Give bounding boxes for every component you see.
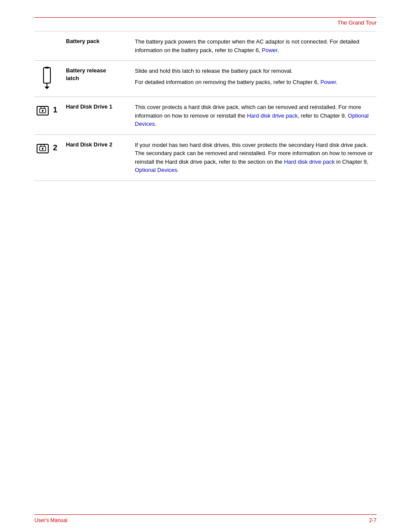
footer-page-number: 2-7: [369, 517, 377, 523]
icon-cell-battery-release: [34, 61, 62, 97]
label-battery-pack: Battery pack: [62, 31, 131, 61]
icon-cell-hdd2: 2: [34, 134, 62, 180]
table-row: Battery pack The battery pack powers the…: [34, 31, 377, 61]
table-row: 1 Hard Disk Drive 1 This cover protects …: [34, 97, 377, 135]
page-container: The Grand Tour Battery pack The battery …: [0, 0, 411, 532]
svg-marker-3: [44, 87, 50, 89]
hdd1-icon: 1: [36, 103, 57, 117]
link-power-2[interactable]: Power: [321, 79, 336, 85]
icon-cell-battery-pack: [34, 31, 62, 61]
battery-release-icon: [40, 67, 54, 89]
header-section: The Grand Tour: [0, 0, 411, 26]
link-optional-devices-2[interactable]: Optional Devices: [135, 167, 177, 173]
desc-battery-pack: The battery pack powers the computer whe…: [131, 31, 377, 61]
table-row: 2 Hard Disk Drive 2 If your model has tw…: [34, 134, 377, 180]
desc-battery-release: Slide and hold this latch to release the…: [131, 61, 377, 97]
footer-rule: [34, 514, 377, 515]
content-section: Battery pack The battery pack powers the…: [0, 31, 411, 181]
info-table: Battery pack The battery pack powers the…: [34, 31, 377, 181]
link-power-1[interactable]: Power: [262, 47, 277, 53]
table-row: Battery releaselatch Slide and hold this…: [34, 61, 377, 97]
svg-rect-1: [45, 67, 49, 68]
desc-hdd2: If your model has two hard disk drives, …: [131, 134, 377, 180]
page-title: The Grand Tour: [34, 19, 377, 26]
svg-rect-7: [42, 111, 43, 112]
label-hdd1: Hard Disk Drive 1: [62, 97, 131, 135]
link-hdd-pack-1[interactable]: Hard disk drive pack: [247, 112, 298, 119]
header-rule: [34, 17, 377, 18]
footer-manual-label: User's Manual: [34, 517, 67, 523]
hdd1-number: 1: [53, 106, 57, 114]
desc-hdd1: This cover protects a hard disk drive pa…: [131, 97, 377, 135]
svg-rect-0: [44, 68, 50, 83]
footer-section: User's Manual 2-7: [0, 514, 411, 532]
label-hdd2: Hard Disk Drive 2: [62, 134, 131, 180]
icon-cell-hdd1: 1: [34, 97, 62, 135]
label-battery-release: Battery releaselatch: [62, 61, 131, 97]
hdd2-icon: 2: [36, 141, 57, 155]
link-hdd-pack-2[interactable]: Hard disk drive pack: [284, 159, 335, 165]
svg-rect-11: [42, 149, 43, 150]
hdd2-number: 2: [53, 144, 57, 152]
footer-content: User's Manual 2-7: [34, 517, 377, 523]
